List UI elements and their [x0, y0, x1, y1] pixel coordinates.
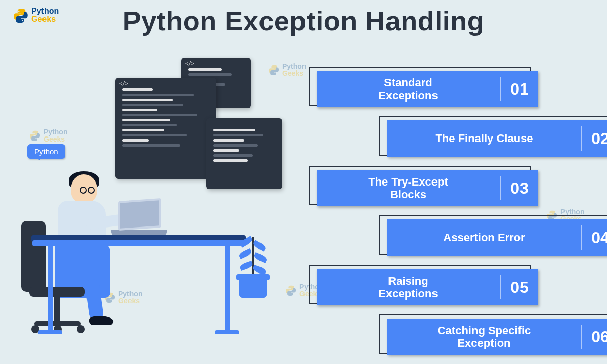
plant [239, 278, 267, 298]
topic-number: 01 [500, 77, 538, 101]
desk-leg [48, 245, 53, 331]
chair-wheel [77, 325, 85, 333]
topic-box: RaisingExceptions05 [317, 269, 538, 305]
developer-illustration: Python [17, 129, 280, 349]
topic-item-3: The Try-ExceptBlocks03 [304, 170, 607, 210]
speech-bubble: Python [27, 144, 65, 159]
topic-number: 04 [581, 225, 607, 250]
topic-box: StandardExceptions01 [317, 71, 538, 107]
topic-label: StandardExceptions [317, 76, 500, 102]
topic-item-1: StandardExceptions01 [304, 71, 607, 111]
topic-list: StandardExceptions01The Finally Clause02… [304, 71, 607, 364]
topic-item-5: RaisingExceptions05 [304, 269, 607, 309]
page-title: Python Exception Handling [0, 5, 607, 36]
topic-item-6: Catching SpecificException06 [304, 318, 607, 359]
desk-foot [38, 330, 62, 334]
desk-foot [215, 330, 239, 334]
person [31, 174, 122, 336]
topic-label: The Try-ExceptBlocks [317, 175, 500, 201]
desk-leg [225, 245, 230, 331]
topic-box: The Try-ExceptBlocks03 [317, 170, 538, 206]
topic-number: 05 [500, 275, 538, 299]
topic-item-2: The Finally Clause02 [304, 120, 607, 161]
topic-box: Catching SpecificException06 [387, 318, 607, 355]
topic-label: RaisingExceptions [317, 275, 500, 300]
chair-pole [54, 296, 60, 323]
watermark: PythonGeeks [268, 63, 306, 77]
laptop [118, 200, 167, 235]
code-tag-icon: </> [119, 81, 128, 86]
topic-label: Catching SpecificException [387, 324, 581, 350]
topic-number: 06 [581, 325, 607, 349]
topic-label: Assertion Error [387, 231, 581, 244]
desk-surface [32, 240, 245, 246]
topic-number: 02 [581, 126, 607, 151]
topic-item-4: Assertion Error04 [304, 219, 607, 260]
topic-box: Assertion Error04 [387, 219, 607, 256]
topic-number: 03 [500, 176, 538, 200]
chair-seat [29, 287, 85, 297]
topic-box: The Finally Clause02 [387, 120, 607, 157]
topic-label: The Finally Clause [387, 132, 581, 145]
code-tag-icon: </> [185, 61, 194, 66]
